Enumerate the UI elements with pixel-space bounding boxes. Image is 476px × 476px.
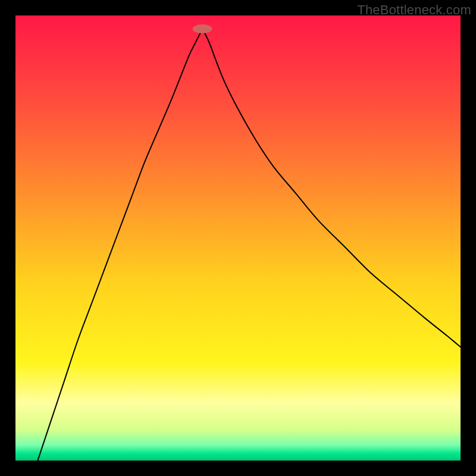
gradient-background — [15, 15, 461, 461]
bottleneck-curve-chart — [15, 15, 461, 461]
chart-frame — [15, 15, 461, 461]
watermark-text: TheBottleneck.com — [357, 2, 471, 18]
vertex-marker — [193, 24, 212, 33]
